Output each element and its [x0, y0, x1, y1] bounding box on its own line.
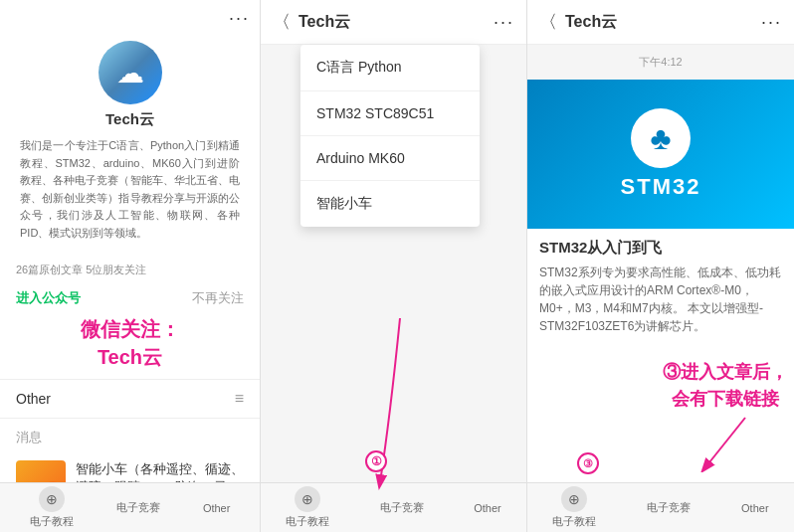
bottom-nav-3: ⊕ 电子教程 电子竞赛 Other [527, 482, 794, 532]
annotation-circle-3: ③ [577, 452, 599, 474]
panel1-header: ··· [0, 0, 260, 33]
dropdown-item-c[interactable]: C语言 Python [300, 45, 480, 91]
nav-label-dianzi: 电子教程 [30, 514, 74, 529]
panel3-content: 下午4:12 ♣ STM32 STM32从入门到飞 STM32系列专为要求高性能… [527, 45, 794, 532]
stats-text: 26篇原创文章 5位朋友关注 [16, 263, 146, 277]
article-title: STM32从入门到飞 [539, 239, 782, 258]
nav-label-other-3[interactable]: Other [741, 502, 769, 514]
bottom-nav-1: ⊕ 电子教程 电子竞赛 Other [0, 482, 260, 532]
wechat-notice: 微信关注： Tech云 [0, 315, 260, 371]
account-name: Tech云 [105, 110, 154, 129]
nav-item-dianzi-3[interactable]: ⊕ 电子教程 [552, 486, 596, 529]
nav-label-jingsai[interactable]: 电子竞赛 [116, 500, 160, 515]
profile-section: ☁ Tech云 我们是一个专注于C语言、Python入门到精通教程、STM32、… [0, 33, 260, 255]
dropdown-menu: C语言 Python STM32 STC89C51 Arduino MK60 智… [300, 45, 480, 227]
other-bar-label: Other [16, 391, 235, 407]
stm32-symbol: ♣ [631, 108, 691, 168]
article-excerpt: STM32系列专为要求高性能、低成本、低功耗的嵌入式应用设计的ARM Corte… [539, 264, 782, 335]
panel3-title: Tech云 [565, 12, 753, 33]
article-card[interactable]: ♣ STM32 STM32从入门到飞 STM32系列专为要求高性能、低成本、低功… [527, 80, 794, 345]
follow-section[interactable]: 进入公众号 不再关注 [0, 285, 260, 315]
clover-icon: ♣ [650, 120, 671, 157]
nav-label-other[interactable]: Other [203, 502, 231, 514]
account-description: 我们是一个专注于C语言、Python入门到精通教程、STM32、arduino、… [16, 137, 244, 243]
nav-label-dianzi-3: 电子教程 [552, 514, 596, 529]
panel-menu: 〈 Tech云 ··· C语言 Python STM32 STC89C51 Ar… [261, 0, 527, 532]
article-info: STM32从入门到飞 STM32系列专为要求高性能、低成本、低功耗的嵌入式应用设… [527, 229, 794, 345]
panel-article: 〈 Tech云 ··· 下午4:12 ♣ STM32 STM32从入门到飞 ST… [527, 0, 794, 532]
annotation-circle-1: ① [365, 450, 387, 472]
panel-profile: ··· ☁ Tech云 我们是一个专注于C语言、Python入门到精通教程、ST… [0, 0, 261, 532]
dropdown-overlay: C语言 Python STM32 STC89C51 Arduino MK60 智… [261, 0, 526, 532]
more-options-btn[interactable]: ··· [229, 8, 250, 29]
stats-row: 26篇原创文章 5位朋友关注 [0, 255, 260, 285]
nav-icon-3: ⊕ [561, 486, 587, 512]
enter-account-btn[interactable]: 进入公众号 [16, 289, 81, 307]
dropdown-item-stm32[interactable]: STM32 STC89C51 [300, 91, 480, 136]
nav-label-jingsai-3[interactable]: 电子竞赛 [647, 500, 691, 515]
dropdown-item-arduino[interactable]: Arduino MK60 [300, 136, 480, 181]
article-cover: ♣ STM32 [527, 80, 794, 229]
panel3-more-btn[interactable]: ··· [761, 12, 782, 33]
messages-label: 消息 [0, 419, 260, 452]
dropdown-item-car[interactable]: 智能小车 [300, 181, 480, 227]
back-btn-3[interactable]: 〈 [539, 10, 557, 34]
panel3-header: 〈 Tech云 ··· [527, 0, 794, 45]
menu-icon: ≡ [235, 390, 244, 408]
stm32-logo: ♣ STM32 [621, 108, 701, 200]
cloud-icon: ☁ [116, 57, 144, 89]
avatar: ☁ [99, 41, 162, 104]
nav-item-dianzi[interactable]: ⊕ 电子教程 [30, 486, 74, 529]
nav-icon-circle: ⊕ [39, 486, 65, 512]
stm32-text: STM32 [621, 174, 701, 200]
time-label: 下午4:12 [527, 45, 794, 80]
unfollow-btn[interactable]: 不再关注 [192, 289, 244, 307]
other-bar[interactable]: Other ≡ [0, 379, 260, 419]
